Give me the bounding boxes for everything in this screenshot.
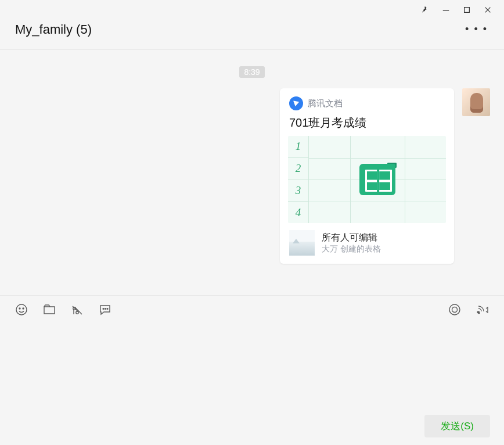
input-area	[0, 323, 504, 414]
chat-history-button[interactable]	[98, 302, 113, 317]
sender-avatar[interactable]	[462, 88, 490, 116]
card-permission-label: 所有人可编辑	[322, 231, 381, 244]
card-footer: 所有人可编辑 大万 创建的表格	[280, 223, 454, 264]
send-button[interactable]: 发送(S)	[424, 415, 490, 437]
card-header: 腾讯文档	[280, 88, 454, 114]
message-row: 腾讯文档 701班月考成绩 1 2 3 4	[14, 88, 490, 264]
send-row: 发送(S)	[0, 414, 504, 445]
preview-row-number: 1	[288, 136, 308, 158]
card-creator-label: 大万 创建的表格	[322, 243, 381, 254]
card-title: 701班月考成绩	[280, 114, 454, 136]
maximize-button[interactable]	[456, 3, 477, 16]
preview-row-number: 3	[288, 180, 308, 202]
screenshot-button[interactable]	[70, 302, 85, 317]
messages-area: 8:39 腾讯文档 701班月考成绩 1 2 3 4	[0, 50, 504, 295]
file-button[interactable]	[42, 302, 57, 317]
doc-share-card[interactable]: 腾讯文档 701班月考成绩 1 2 3 4	[280, 88, 454, 264]
svg-point-9	[107, 308, 108, 309]
card-app-name: 腾讯文档	[308, 98, 343, 109]
input-toolbar	[0, 295, 504, 323]
svg-point-8	[105, 308, 106, 309]
svg-rect-1	[465, 8, 470, 13]
preview-grid	[309, 136, 446, 223]
svg-point-2	[16, 304, 27, 315]
svg-point-10	[449, 304, 460, 315]
svg-rect-0	[443, 10, 449, 10]
close-button[interactable]	[477, 3, 498, 16]
doc-preview: 1 2 3 4	[288, 136, 446, 223]
pin-button[interactable]	[415, 3, 435, 16]
minimize-button[interactable]	[435, 3, 456, 16]
preview-row-number: 4	[288, 202, 308, 223]
preview-row-number: 2	[288, 158, 308, 180]
tencent-docs-icon	[289, 96, 303, 110]
emoji-button[interactable]	[14, 302, 29, 317]
message-input[interactable]	[14, 329, 490, 408]
voice-call-button[interactable]	[447, 302, 462, 317]
window-titlebar	[0, 0, 504, 17]
doc-thumbnail-icon	[289, 230, 315, 256]
svg-point-11	[452, 307, 458, 312]
svg-point-4	[23, 308, 24, 309]
preview-row-headers: 1 2 3 4	[288, 136, 309, 223]
timestamp-badge: 8:39	[239, 66, 264, 78]
video-call-button[interactable]	[475, 302, 490, 317]
svg-point-3	[19, 308, 20, 309]
more-menu-button[interactable]: • • •	[465, 23, 489, 35]
chat-title: My_family (5)	[15, 22, 92, 37]
svg-point-7	[103, 308, 104, 309]
spreadsheet-icon	[359, 164, 395, 195]
chat-header: My_family (5) • • •	[0, 17, 504, 50]
